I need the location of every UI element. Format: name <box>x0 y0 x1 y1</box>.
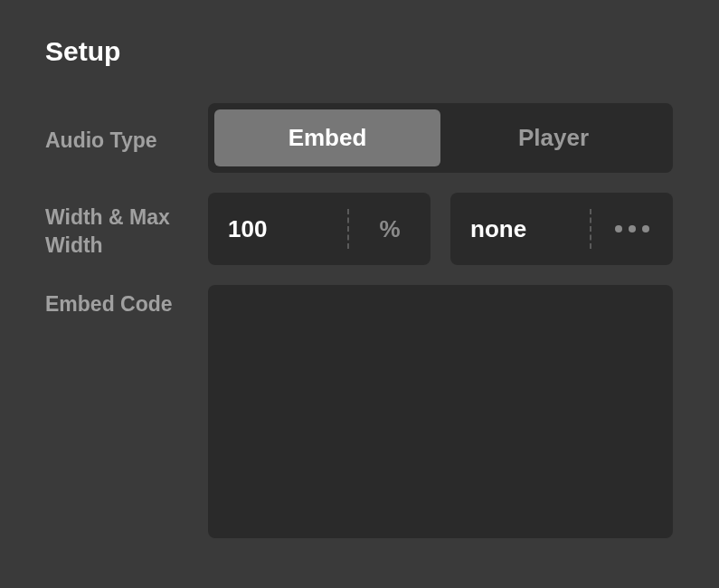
audio-type-label: Audio Type <box>45 121 208 155</box>
embed-code-row: Embed Code <box>45 285 674 538</box>
audio-type-embed-button[interactable]: Embed <box>214 109 440 166</box>
width-row: Width & Max Width % <box>45 193 674 265</box>
embed-code-label: Embed Code <box>45 285 208 318</box>
more-icon[interactable] <box>591 225 673 232</box>
setup-panel: Setup Audio Type Embed Player Width & Ma… <box>0 0 719 588</box>
width-label: Width & Max Width <box>45 198 208 260</box>
audio-type-player-button[interactable]: Player <box>440 109 667 166</box>
page-title: Setup <box>45 36 674 67</box>
width-input-group: % <box>208 193 430 265</box>
max-width-input-group <box>450 193 673 265</box>
audio-type-row: Audio Type Embed Player <box>45 103 674 173</box>
max-width-input[interactable] <box>450 215 590 243</box>
embed-code-textarea[interactable] <box>208 285 673 538</box>
width-input[interactable] <box>208 215 347 243</box>
audio-type-segmented: Embed Player <box>208 103 673 173</box>
width-unit-button[interactable]: % <box>349 215 430 243</box>
